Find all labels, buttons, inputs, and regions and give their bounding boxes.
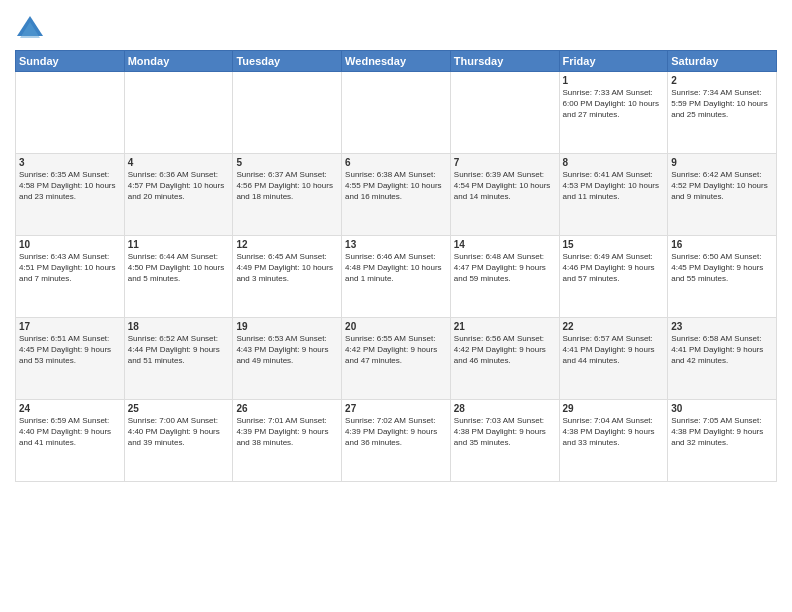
day-info: Sunrise: 6:44 AM Sunset: 4:50 PM Dayligh… [128,252,230,284]
day-cell: 7Sunrise: 6:39 AM Sunset: 4:54 PM Daylig… [450,154,559,236]
day-cell [16,72,125,154]
day-cell: 3Sunrise: 6:35 AM Sunset: 4:58 PM Daylig… [16,154,125,236]
day-info: Sunrise: 6:55 AM Sunset: 4:42 PM Dayligh… [345,334,447,366]
day-number: 28 [454,403,556,414]
day-cell: 5Sunrise: 6:37 AM Sunset: 4:56 PM Daylig… [233,154,342,236]
day-info: Sunrise: 7:05 AM Sunset: 4:38 PM Dayligh… [671,416,773,448]
day-number: 9 [671,157,773,168]
day-info: Sunrise: 6:48 AM Sunset: 4:47 PM Dayligh… [454,252,556,284]
header-cell-saturday: Saturday [668,51,777,72]
day-cell: 18Sunrise: 6:52 AM Sunset: 4:44 PM Dayli… [124,318,233,400]
day-cell: 8Sunrise: 6:41 AM Sunset: 4:53 PM Daylig… [559,154,668,236]
day-number: 20 [345,321,447,332]
day-info: Sunrise: 7:34 AM Sunset: 5:59 PM Dayligh… [671,88,773,120]
week-row-5: 24Sunrise: 6:59 AM Sunset: 4:40 PM Dayli… [16,400,777,482]
day-number: 27 [345,403,447,414]
day-number: 4 [128,157,230,168]
day-cell: 27Sunrise: 7:02 AM Sunset: 4:39 PM Dayli… [342,400,451,482]
day-number: 11 [128,239,230,250]
day-cell: 30Sunrise: 7:05 AM Sunset: 4:38 PM Dayli… [668,400,777,482]
day-cell: 24Sunrise: 6:59 AM Sunset: 4:40 PM Dayli… [16,400,125,482]
header-cell-thursday: Thursday [450,51,559,72]
day-cell: 10Sunrise: 6:43 AM Sunset: 4:51 PM Dayli… [16,236,125,318]
header-cell-tuesday: Tuesday [233,51,342,72]
day-info: Sunrise: 6:46 AM Sunset: 4:48 PM Dayligh… [345,252,447,284]
day-number: 13 [345,239,447,250]
day-info: Sunrise: 6:41 AM Sunset: 4:53 PM Dayligh… [563,170,665,202]
day-cell: 16Sunrise: 6:50 AM Sunset: 4:45 PM Dayli… [668,236,777,318]
day-info: Sunrise: 6:53 AM Sunset: 4:43 PM Dayligh… [236,334,338,366]
day-cell: 14Sunrise: 6:48 AM Sunset: 4:47 PM Dayli… [450,236,559,318]
day-number: 10 [19,239,121,250]
day-cell: 15Sunrise: 6:49 AM Sunset: 4:46 PM Dayli… [559,236,668,318]
day-cell: 28Sunrise: 7:03 AM Sunset: 4:38 PM Dayli… [450,400,559,482]
week-row-1: 1Sunrise: 7:33 AM Sunset: 6:00 PM Daylig… [16,72,777,154]
day-info: Sunrise: 6:56 AM Sunset: 4:42 PM Dayligh… [454,334,556,366]
day-number: 25 [128,403,230,414]
day-info: Sunrise: 6:43 AM Sunset: 4:51 PM Dayligh… [19,252,121,284]
day-info: Sunrise: 6:58 AM Sunset: 4:41 PM Dayligh… [671,334,773,366]
day-cell: 29Sunrise: 7:04 AM Sunset: 4:38 PM Dayli… [559,400,668,482]
week-row-3: 10Sunrise: 6:43 AM Sunset: 4:51 PM Dayli… [16,236,777,318]
header [15,10,777,44]
day-number: 2 [671,75,773,86]
day-info: Sunrise: 6:45 AM Sunset: 4:49 PM Dayligh… [236,252,338,284]
day-cell: 12Sunrise: 6:45 AM Sunset: 4:49 PM Dayli… [233,236,342,318]
day-cell: 6Sunrise: 6:38 AM Sunset: 4:55 PM Daylig… [342,154,451,236]
day-info: Sunrise: 6:49 AM Sunset: 4:46 PM Dayligh… [563,252,665,284]
day-number: 30 [671,403,773,414]
header-cell-friday: Friday [559,51,668,72]
day-number: 5 [236,157,338,168]
day-number: 3 [19,157,121,168]
day-number: 23 [671,321,773,332]
day-info: Sunrise: 6:51 AM Sunset: 4:45 PM Dayligh… [19,334,121,366]
calendar-table: SundayMondayTuesdayWednesdayThursdayFrid… [15,50,777,482]
day-info: Sunrise: 6:50 AM Sunset: 4:45 PM Dayligh… [671,252,773,284]
day-number: 26 [236,403,338,414]
day-number: 21 [454,321,556,332]
day-cell: 21Sunrise: 6:56 AM Sunset: 4:42 PM Dayli… [450,318,559,400]
day-cell: 11Sunrise: 6:44 AM Sunset: 4:50 PM Dayli… [124,236,233,318]
day-cell: 22Sunrise: 6:57 AM Sunset: 4:41 PM Dayli… [559,318,668,400]
day-number: 29 [563,403,665,414]
day-info: Sunrise: 6:35 AM Sunset: 4:58 PM Dayligh… [19,170,121,202]
day-cell: 19Sunrise: 6:53 AM Sunset: 4:43 PM Dayli… [233,318,342,400]
header-cell-sunday: Sunday [16,51,125,72]
day-info: Sunrise: 6:57 AM Sunset: 4:41 PM Dayligh… [563,334,665,366]
day-cell: 20Sunrise: 6:55 AM Sunset: 4:42 PM Dayli… [342,318,451,400]
day-cell: 26Sunrise: 7:01 AM Sunset: 4:39 PM Dayli… [233,400,342,482]
day-number: 18 [128,321,230,332]
day-cell: 4Sunrise: 6:36 AM Sunset: 4:57 PM Daylig… [124,154,233,236]
day-info: Sunrise: 6:39 AM Sunset: 4:54 PM Dayligh… [454,170,556,202]
day-number: 17 [19,321,121,332]
day-number: 1 [563,75,665,86]
day-info: Sunrise: 7:01 AM Sunset: 4:39 PM Dayligh… [236,416,338,448]
logo [15,14,49,44]
day-cell [342,72,451,154]
week-row-4: 17Sunrise: 6:51 AM Sunset: 4:45 PM Dayli… [16,318,777,400]
day-info: Sunrise: 7:33 AM Sunset: 6:00 PM Dayligh… [563,88,665,120]
week-row-2: 3Sunrise: 6:35 AM Sunset: 4:58 PM Daylig… [16,154,777,236]
day-number: 19 [236,321,338,332]
day-cell: 25Sunrise: 7:00 AM Sunset: 4:40 PM Dayli… [124,400,233,482]
day-info: Sunrise: 6:59 AM Sunset: 4:40 PM Dayligh… [19,416,121,448]
day-number: 22 [563,321,665,332]
day-info: Sunrise: 7:02 AM Sunset: 4:39 PM Dayligh… [345,416,447,448]
day-info: Sunrise: 6:37 AM Sunset: 4:56 PM Dayligh… [236,170,338,202]
day-info: Sunrise: 6:38 AM Sunset: 4:55 PM Dayligh… [345,170,447,202]
page: SundayMondayTuesdayWednesdayThursdayFrid… [0,0,792,612]
day-info: Sunrise: 6:42 AM Sunset: 4:52 PM Dayligh… [671,170,773,202]
day-cell: 1Sunrise: 7:33 AM Sunset: 6:00 PM Daylig… [559,72,668,154]
logo-icon [15,14,45,44]
day-cell [124,72,233,154]
day-info: Sunrise: 7:04 AM Sunset: 4:38 PM Dayligh… [563,416,665,448]
day-number: 15 [563,239,665,250]
day-info: Sunrise: 6:36 AM Sunset: 4:57 PM Dayligh… [128,170,230,202]
day-info: Sunrise: 7:03 AM Sunset: 4:38 PM Dayligh… [454,416,556,448]
day-number: 24 [19,403,121,414]
day-number: 12 [236,239,338,250]
day-number: 6 [345,157,447,168]
header-cell-monday: Monday [124,51,233,72]
day-info: Sunrise: 7:00 AM Sunset: 4:40 PM Dayligh… [128,416,230,448]
day-cell: 17Sunrise: 6:51 AM Sunset: 4:45 PM Dayli… [16,318,125,400]
